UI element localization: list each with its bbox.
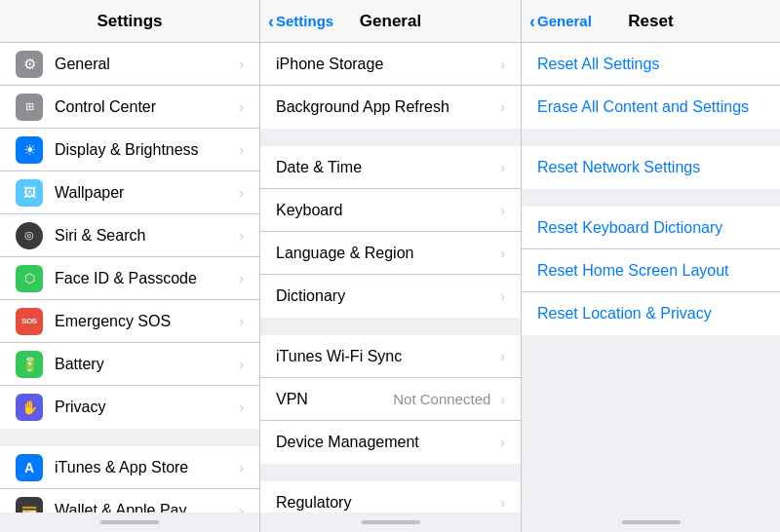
right-panel-header: ‹ General Reset bbox=[522, 0, 780, 43]
dictionary-label: Dictionary bbox=[276, 287, 496, 305]
chevron-icon: › bbox=[239, 314, 244, 329]
chevron-icon: › bbox=[500, 495, 505, 511]
mid-back-button[interactable]: ‹ Settings bbox=[268, 13, 333, 30]
wallet-icon: 💳 bbox=[16, 497, 43, 513]
chevron-icon: › bbox=[239, 228, 244, 244]
reset-location-privacy-label: Reset Location & Privacy bbox=[537, 305, 712, 323]
device-management-label: Device Management bbox=[276, 434, 496, 451]
emergency-label: Emergency SOS bbox=[55, 313, 235, 330]
chevron-icon: › bbox=[500, 435, 505, 450]
mid-panel-scroll[interactable]: iPhone Storage › Background App Refresh … bbox=[260, 43, 521, 513]
itunes-icon: A bbox=[16, 454, 43, 481]
chevron-icon: › bbox=[239, 271, 244, 286]
right-panel: ‹ General Reset Reset All Settings Erase… bbox=[522, 0, 780, 532]
face-id-label: Face ID & Passcode bbox=[55, 270, 235, 287]
section-gap bbox=[522, 129, 780, 146]
date-time-label: Date & Time bbox=[276, 159, 496, 176]
bottom-bar-mid bbox=[260, 513, 521, 532]
privacy-label: Privacy bbox=[55, 399, 235, 416]
chevron-icon: › bbox=[500, 160, 505, 175]
chevron-icon: › bbox=[239, 142, 244, 158]
mid-section-2: Date & Time › Keyboard › Language & Regi… bbox=[260, 146, 521, 318]
section-gap bbox=[522, 189, 780, 207]
erase-all-content-label: Erase All Content and Settings bbox=[537, 98, 749, 116]
chevron-icon: › bbox=[500, 99, 505, 115]
battery-label: Battery bbox=[55, 356, 235, 373]
mid-item-itunes-wifi-sync[interactable]: iTunes Wi-Fi Sync › bbox=[260, 335, 521, 378]
reset-home-screen-layout[interactable]: Reset Home Screen Layout bbox=[522, 249, 780, 292]
chevron-icon: › bbox=[500, 246, 505, 261]
wallpaper-label: Wallpaper bbox=[55, 184, 235, 202]
mid-item-keyboard[interactable]: Keyboard › bbox=[260, 189, 521, 232]
chevron-icon: › bbox=[239, 99, 244, 115]
battery-icon: 🔋 bbox=[16, 351, 43, 378]
reset-location-privacy[interactable]: Reset Location & Privacy bbox=[522, 292, 780, 335]
left-panel-header: Settings bbox=[0, 0, 259, 43]
left-panel-scroll[interactable]: ⚙ General › ⊞ Control Center › ☀ Display… bbox=[0, 43, 259, 513]
chevron-icon: › bbox=[500, 349, 505, 364]
bottom-gap bbox=[522, 335, 780, 353]
siri-icon: ◎ bbox=[16, 222, 43, 249]
right-section-3: Reset Keyboard Dictionary Reset Home Scr… bbox=[522, 207, 780, 335]
right-section-2: Reset Network Settings bbox=[522, 146, 780, 189]
right-back-button[interactable]: ‹ General bbox=[529, 13, 592, 30]
mid-item-iphone-storage[interactable]: iPhone Storage › bbox=[260, 43, 521, 86]
section-gap bbox=[260, 464, 521, 481]
sidebar-item-general[interactable]: ⚙ General › bbox=[0, 43, 259, 86]
sidebar-item-itunes-app-store[interactable]: A iTunes & App Store › bbox=[0, 446, 259, 489]
chevron-icon: › bbox=[500, 203, 505, 218]
bottom-bar-right bbox=[522, 513, 780, 532]
mid-item-dictionary[interactable]: Dictionary › bbox=[260, 275, 521, 318]
reset-network-settings[interactable]: Reset Network Settings bbox=[522, 146, 780, 189]
wallet-label: Wallet & Apple Pay bbox=[55, 502, 235, 513]
chevron-icon: › bbox=[239, 57, 244, 72]
sidebar-item-wallet[interactable]: 💳 Wallet & Apple Pay › bbox=[0, 489, 259, 513]
vpn-value: Not Connected bbox=[393, 391, 490, 407]
sidebar-item-display-brightness[interactable]: ☀ Display & Brightness › bbox=[0, 129, 259, 171]
sidebar-item-siri-search[interactable]: ◎ Siri & Search › bbox=[0, 214, 259, 257]
mid-item-background-app-refresh[interactable]: Background App Refresh › bbox=[260, 86, 521, 129]
bottom-bar-indicator bbox=[622, 520, 681, 524]
sidebar-item-face-id[interactable]: ⬡ Face ID & Passcode › bbox=[0, 257, 259, 300]
mid-item-device-management[interactable]: Device Management › bbox=[260, 421, 521, 464]
mid-section-3: iTunes Wi-Fi Sync › VPN Not Connected › … bbox=[260, 335, 521, 464]
sidebar-item-emergency-sos[interactable]: SOS Emergency SOS › bbox=[0, 300, 259, 343]
erase-all-content[interactable]: Erase All Content and Settings bbox=[522, 86, 780, 129]
section-gap bbox=[260, 129, 521, 146]
mid-section-1: iPhone Storage › Background App Refresh … bbox=[260, 43, 521, 129]
right-panel-scroll[interactable]: Reset All Settings Erase All Content and… bbox=[522, 43, 780, 513]
mid-item-language-region[interactable]: Language & Region › bbox=[260, 232, 521, 275]
mid-item-date-time[interactable]: Date & Time › bbox=[260, 146, 521, 189]
sidebar-item-battery[interactable]: 🔋 Battery › bbox=[0, 343, 259, 386]
back-chevron-icon: ‹ bbox=[529, 13, 535, 30]
chevron-icon: › bbox=[239, 503, 244, 513]
reset-network-settings-label: Reset Network Settings bbox=[537, 159, 700, 176]
chevron-icon: › bbox=[500, 392, 505, 407]
general-icon: ⚙ bbox=[16, 51, 43, 78]
right-back-label: General bbox=[537, 13, 592, 29]
left-panel: Settings ⚙ General › ⊞ Control Center › … bbox=[0, 0, 260, 532]
sidebar-item-privacy[interactable]: ✋ Privacy › bbox=[0, 386, 259, 429]
back-chevron-icon: ‹ bbox=[268, 13, 274, 30]
sidebar-item-control-center[interactable]: ⊞ Control Center › bbox=[0, 86, 259, 129]
background-app-refresh-label: Background App Refresh bbox=[276, 98, 496, 116]
right-panel-title: Reset bbox=[628, 12, 673, 31]
control-center-icon: ⊞ bbox=[16, 94, 43, 121]
wallpaper-icon: 🖼 bbox=[16, 179, 43, 207]
reset-keyboard-dictionary[interactable]: Reset Keyboard Dictionary bbox=[522, 207, 780, 249]
chevron-icon: › bbox=[239, 357, 244, 372]
vpn-label: VPN bbox=[276, 391, 393, 408]
mid-item-vpn[interactable]: VPN Not Connected › bbox=[260, 378, 521, 421]
sidebar-item-wallpaper[interactable]: 🖼 Wallpaper › bbox=[0, 171, 259, 214]
left-section-2: A iTunes & App Store › 💳 Wallet & Apple … bbox=[0, 446, 259, 513]
mid-panel: ‹ Settings General iPhone Storage › Back… bbox=[260, 0, 522, 532]
iphone-storage-label: iPhone Storage bbox=[276, 56, 496, 73]
regulatory-label: Regulatory bbox=[276, 494, 496, 512]
mid-panel-header: ‹ Settings General bbox=[260, 0, 521, 43]
bottom-bar-indicator bbox=[362, 520, 420, 524]
reset-all-settings[interactable]: Reset All Settings bbox=[522, 43, 780, 86]
mid-item-regulatory[interactable]: Regulatory › bbox=[260, 481, 521, 513]
reset-all-settings-label: Reset All Settings bbox=[537, 56, 659, 73]
language-region-label: Language & Region bbox=[276, 245, 496, 262]
display-icon: ☀ bbox=[16, 136, 43, 164]
